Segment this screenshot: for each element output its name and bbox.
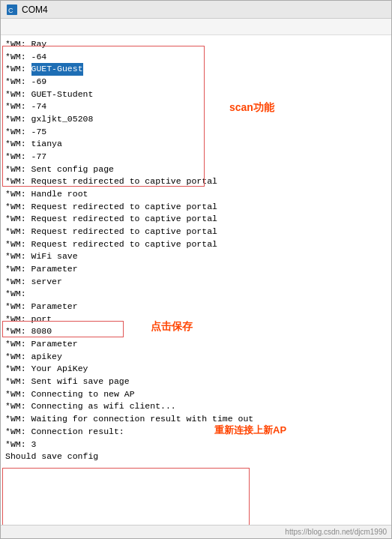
- terminal-line: *WM: Waiting for connection result with …: [5, 413, 387, 426]
- terminal-line: *WM: Request redirected to captive porta…: [5, 238, 387, 251]
- terminal: *WM: Ray*WM: -64*WM: GUET-Guest*WM: -69*…: [5, 38, 387, 522]
- terminal-line: *WM: Request redirected to captive porta…: [5, 175, 387, 188]
- terminal-line: *WM: -75: [5, 126, 387, 139]
- terminal-line: *WM: Connecting as wifi client...: [5, 400, 387, 413]
- status-bar: https://blog.csdn.net/djcm1990: [1, 525, 391, 538]
- terminal-line: *WM: Connection result:: [5, 426, 387, 439]
- terminal-line: *WM: apikey: [5, 351, 387, 364]
- terminal-line: *WM: Connecting to new AP: [5, 388, 387, 401]
- terminal-line: *WM: server: [5, 276, 387, 289]
- terminal-line: *WM: 3: [5, 439, 387, 451]
- terminal-line: *WM: -69: [5, 76, 387, 88]
- reconnect-annotation: 重新连接上新AP: [214, 424, 286, 437]
- terminal-line: *WM: Your ApiKey: [5, 363, 387, 376]
- terminal-line: *WM: Request redirected to captive porta…: [5, 213, 387, 226]
- content-area: *WM: Ray*WM: -64*WM: GUET-Guest*WM: -69*…: [1, 35, 391, 525]
- terminal-line: Should save config: [5, 451, 387, 463]
- terminal-line: *WM: Request redirected to captive porta…: [5, 226, 387, 238]
- window-icon: C: [7, 4, 17, 15]
- terminal-line: *WM: 8080: [5, 325, 387, 338]
- toolbar: [1, 19, 391, 35]
- terminal-line: *WM: Request redirected to captive porta…: [5, 201, 387, 214]
- terminal-line: *WM: Parameter: [5, 301, 387, 313]
- svg-text:C: C: [8, 7, 13, 14]
- terminal-line: *WM: Sent wifi save page: [5, 376, 387, 388]
- terminal-line: *WM: port: [5, 313, 387, 326]
- terminal-line: *WM: Sent config page: [5, 163, 387, 176]
- window: C COM4 *WM: Ray*WM: -64*WM: GUET-Guest*W…: [0, 0, 392, 539]
- status-url: https://blog.csdn.net/djcm1990: [285, 528, 387, 536]
- scan-annotation: scan功能: [229, 101, 274, 115]
- save-annotation: 点击保存: [151, 320, 193, 334]
- window-title: COM4: [22, 4, 48, 15]
- terminal-line: *WM: Parameter: [5, 338, 387, 351]
- terminal-line: *WM: tianya: [5, 138, 387, 151]
- terminal-line: *WM: Ray: [5, 38, 387, 51]
- terminal-line: *WM: Handle root: [5, 188, 387, 201]
- terminal-line: *WM: -74: [5, 100, 387, 113]
- terminal-line: *WM:: [5, 288, 387, 301]
- terminal-line: *WM: GUET-Student: [5, 88, 387, 101]
- terminal-line: *WM: GUET-Guest: [5, 63, 387, 76]
- terminal-line: *WM: -77: [5, 151, 387, 163]
- terminal-line: *WM: Parameter: [5, 263, 387, 276]
- title-bar: C COM4: [1, 1, 391, 19]
- terminal-line: *WM: -64: [5, 51, 387, 64]
- terminal-line: *WM: WiFi save: [5, 250, 387, 263]
- terminal-line: *WM: gxljkt_05208: [5, 113, 387, 126]
